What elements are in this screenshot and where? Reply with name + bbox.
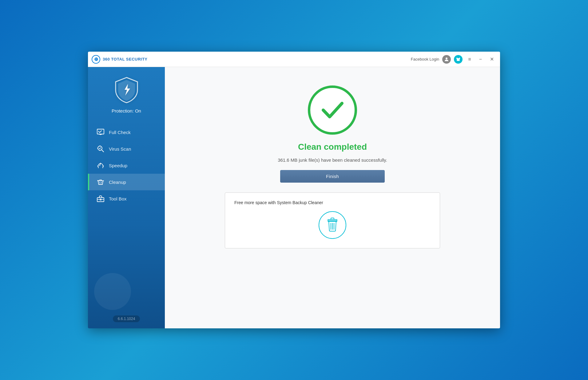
speedup-icon [97,161,105,169]
minimize-button[interactable]: − [477,55,484,63]
trash-icon-circle[interactable] [319,211,346,239]
backup-card: Free more space with System Backup Clean… [225,192,440,248]
checkmark-svg [319,98,346,122]
app-logo: ⊕ 360 TOTAL SECURITY [92,55,148,64]
shield-icon-wrap [113,76,140,104]
sidebar-item-speedup[interactable]: Speedup [88,157,165,174]
app-title: 360 TOTAL SECURITY [103,57,148,61]
svg-point-8 [100,163,101,164]
title-bar-right: Facebook Login ≡ − ✕ [411,55,496,64]
sidebar-item-label-virus-scan: Virus Scan [109,146,131,152]
backup-card-title: Free more space with System Backup Clean… [234,200,323,205]
svg-point-9 [97,166,98,167]
sidebar-item-label-cleanup: Cleanup [109,180,126,185]
shield-icon [113,76,140,104]
finish-button[interactable]: Finish [280,170,385,183]
version-label: 6.6.1.1024 [113,315,140,322]
svg-line-12 [100,182,100,184]
svg-point-0 [446,57,447,59]
sidebar-item-label-full-check: Full Check [109,130,131,135]
checkmark-circle [308,85,357,135]
virus-scan-icon [97,145,105,153]
logo-icon: ⊕ [92,55,100,64]
app-window: ⊕ 360 TOTAL SECURITY Facebook Login ≡ − … [88,52,500,328]
success-area: Clean completed 361.6 MB junk file(s) ha… [225,85,440,248]
user-avatar-icon[interactable] [442,55,451,64]
clean-completed-title: Clean completed [298,142,367,152]
shirt-icon[interactable] [454,55,463,64]
tool-box-icon [97,195,105,203]
menu-button[interactable]: ≡ [466,55,473,63]
facebook-login-label[interactable]: Facebook Login [411,57,439,61]
sidebar-item-label-tool-box: Tool Box [109,196,127,201]
svg-rect-19 [328,220,337,221]
content-panel: Clean completed 361.6 MB junk file(s) ha… [165,67,500,328]
sidebar-item-virus-scan[interactable]: Virus Scan [88,141,165,157]
sidebar-item-full-check[interactable]: Full Check [88,124,165,141]
svg-point-10 [103,166,104,167]
sidebar-nav: Full Check Virus Scan [88,124,165,207]
main-content: Protection: On Full Check [88,67,500,328]
sidebar-item-cleanup[interactable]: Cleanup [88,174,165,190]
clean-subtitle: 361.6 MB junk file(s) have been cleaned … [278,157,387,163]
close-button[interactable]: ✕ [487,55,496,63]
protection-label: Protection: On [112,108,141,113]
sidebar-item-tool-box[interactable]: Tool Box [88,190,165,207]
title-bar: ⊕ 360 TOTAL SECURITY Facebook Login ≡ − … [88,52,500,67]
sidebar-item-label-speedup: Speedup [109,163,127,168]
svg-line-13 [101,182,101,184]
sidebar-logo-area: Protection: On [88,67,165,121]
cleanup-icon [97,178,105,186]
sidebar: Protection: On Full Check [88,67,165,328]
title-bar-left: ⊕ 360 TOTAL SECURITY [92,55,148,64]
svg-line-3 [101,150,104,152]
trash-icon [325,217,340,233]
full-check-icon [97,128,105,136]
